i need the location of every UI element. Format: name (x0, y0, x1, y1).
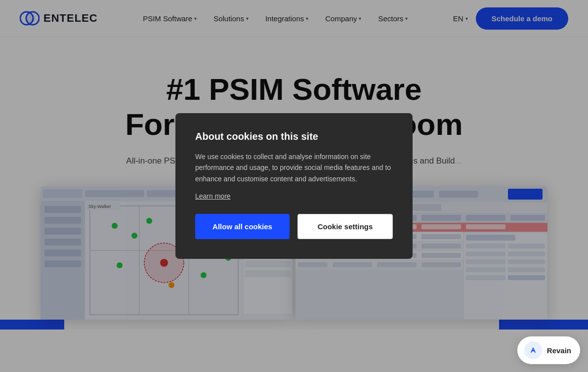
cookie-body: We use cookies to collect and analyse in… (195, 151, 393, 184)
cookie-settings-button[interactable]: Cookie settings (297, 214, 393, 239)
cookie-overlay: About cookies on this site We use cookie… (0, 0, 588, 330)
cookie-learn-more-link[interactable]: Learn more (195, 192, 393, 200)
allow-all-cookies-button[interactable]: Allow all cookies (195, 214, 290, 239)
cookie-title: About cookies on this site (195, 131, 393, 142)
cookie-modal: About cookies on this site We use cookie… (175, 113, 413, 259)
cookie-buttons: Allow all cookies Cookie settings (195, 214, 393, 239)
